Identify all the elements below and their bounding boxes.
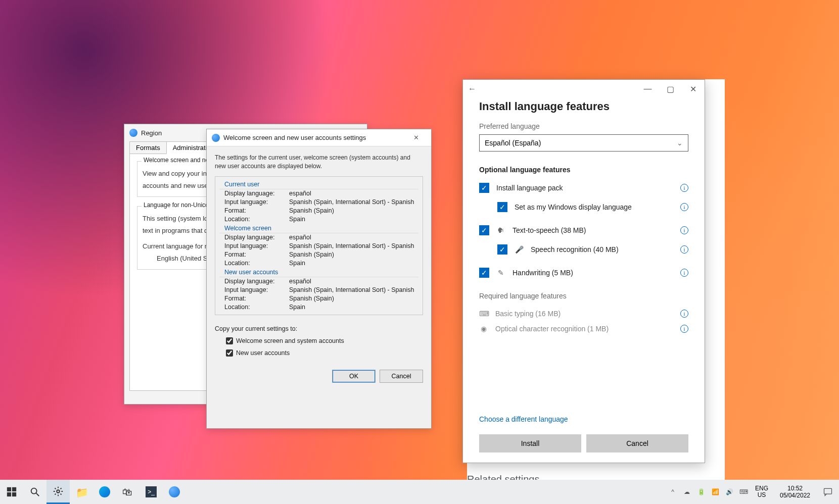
tab-formats[interactable]: Formats — [129, 141, 167, 154]
label-location: Location: — [224, 304, 289, 311]
folder-icon: 📁 — [76, 486, 87, 497]
chk-tts[interactable] — [479, 225, 489, 235]
ocr-icon: ◉ — [479, 325, 488, 333]
wifi-icon[interactable]: 📶 — [709, 480, 722, 504]
taskbar: 📁 🛍 >_ ^ ☁ 🔋 📶 🔊 ⌨ ENG US 10:52 05/04/20… — [0, 480, 839, 504]
info-icon[interactable]: i — [680, 325, 688, 333]
group-title-1: Welcome screen and new — [142, 157, 215, 164]
label-input: Input language: — [224, 286, 289, 293]
info-icon[interactable]: i — [680, 226, 688, 234]
feature-speech: 🎤 Speech recognition (40 MB) i — [479, 241, 688, 258]
gear-icon — [53, 486, 64, 497]
clock[interactable]: 10:52 05/04/2022 — [773, 485, 817, 499]
value-display: español — [289, 190, 311, 197]
feature-label: Text-to-speech (38 MB) — [512, 226, 586, 234]
battery-icon[interactable]: 🔋 — [694, 480, 708, 504]
globe-icon — [212, 134, 220, 142]
action-center-button[interactable] — [818, 487, 838, 497]
install-button[interactable]: Install — [479, 434, 581, 452]
chk-newuser-label: New user accounts — [236, 349, 290, 357]
close-button[interactable]: ✕ — [406, 129, 426, 146]
chk-speech[interactable] — [497, 244, 507, 255]
feature-label: Speech recognition (40 MB) — [531, 245, 619, 254]
value-location: Spain — [289, 304, 305, 311]
required-basic-typing: ⌨ Basic typing (16 MB) i — [479, 306, 688, 321]
chk-language-pack[interactable] — [479, 183, 489, 193]
file-explorer-button[interactable]: 📁 — [70, 480, 93, 504]
tts-icon: 🗣 — [496, 226, 505, 234]
notification-icon — [823, 487, 833, 497]
ok-button[interactable]: OK — [332, 370, 376, 383]
chk-welcome-input[interactable] — [226, 337, 233, 344]
required-label: Optical character recognition (1 MB) — [495, 325, 609, 333]
minimize-button[interactable]: — — [636, 80, 659, 97]
welcome-titlebar[interactable]: Welcome screen and new user accounts set… — [207, 129, 431, 146]
value-format: Spanish (Spain) — [289, 207, 334, 214]
language-select[interactable]: Español (España) ⌄ — [479, 134, 688, 152]
svg-rect-2 — [7, 492, 11, 496]
clock-date: 05/04/2022 — [780, 492, 810, 499]
choose-different-language-link[interactable]: Choose a different language — [479, 415, 568, 423]
chk-new-user[interactable]: New user accounts — [226, 349, 423, 357]
label-location: Location: — [224, 216, 289, 223]
label-format: Format: — [224, 295, 289, 302]
info-icon[interactable]: i — [680, 203, 688, 211]
copy-settings-label: Copy your current settings to: — [215, 325, 423, 332]
language-select-value: Español (España) — [485, 139, 541, 147]
value-input: Spanish (Spain, International Sort) - Sp… — [289, 198, 414, 206]
required-ocr: ◉ Optical character recognition (1 MB) i — [479, 321, 688, 336]
label-format: Format: — [224, 251, 289, 258]
welcome-dialog: Welcome screen and new user accounts set… — [206, 129, 432, 429]
chk-handwriting[interactable] — [479, 268, 489, 278]
onedrive-icon[interactable]: ☁ — [680, 480, 693, 504]
svg-line-5 — [36, 493, 39, 496]
svg-point-4 — [31, 488, 37, 494]
close-button[interactable]: ✕ — [682, 80, 705, 97]
welcome-title: Welcome screen and new user accounts set… — [223, 134, 366, 141]
section-new-user: New user accounts — [219, 268, 418, 277]
install-language-modal: ← — ▢ ✕ Install language features Prefer… — [462, 79, 705, 463]
app-button[interactable] — [163, 480, 186, 504]
value-format: Spanish (Spain) — [289, 251, 334, 258]
info-icon[interactable]: i — [680, 184, 688, 192]
store-button[interactable]: 🛍 — [116, 480, 139, 504]
keyboard-tray-icon[interactable]: ⌨ — [737, 480, 750, 504]
back-button[interactable]: ← — [468, 84, 481, 93]
handwriting-icon: ✎ — [496, 269, 505, 277]
start-button[interactable] — [0, 480, 23, 504]
globe-app-icon — [169, 486, 180, 497]
value-location: Spain — [289, 216, 305, 223]
section-welcome-screen: Welcome screen — [219, 224, 418, 233]
edge-icon — [99, 486, 110, 497]
edge-button[interactable] — [93, 480, 116, 504]
language-indicator[interactable]: ENG US — [751, 485, 772, 498]
maximize-button[interactable]: ▢ — [659, 80, 682, 97]
label-display: Display language: — [224, 190, 289, 197]
label-format: Format: — [224, 207, 289, 214]
feature-language-pack: Install language pack i — [479, 180, 688, 196]
cancel-button[interactable]: Cancel — [380, 370, 423, 383]
volume-icon[interactable]: 🔊 — [723, 480, 736, 504]
label-display: Display language: — [224, 234, 289, 241]
label-location: Location: — [224, 260, 289, 267]
required-label: Basic typing (16 MB) — [495, 310, 561, 318]
chk-welcome-screen[interactable]: Welcome screen and system accounts — [226, 337, 423, 344]
chk-set-display[interactable] — [497, 202, 507, 212]
search-icon — [29, 486, 40, 497]
store-icon: 🛍 — [122, 486, 133, 497]
tray-overflow[interactable]: ^ — [666, 480, 679, 504]
welcome-desc: The settings for the current user, welco… — [215, 154, 423, 171]
required-features-header: Required language features — [479, 292, 688, 300]
info-icon[interactable]: i — [680, 245, 688, 254]
terminal-button[interactable]: >_ — [139, 480, 163, 504]
mic-icon: 🎤 — [515, 245, 524, 254]
settings-taskbar-button[interactable] — [46, 480, 70, 504]
info-icon[interactable]: i — [680, 310, 688, 318]
cancel-button[interactable]: Cancel — [586, 434, 688, 452]
chk-newuser-input[interactable] — [226, 349, 233, 357]
search-button[interactable] — [23, 480, 46, 504]
region-title: Region — [141, 129, 162, 137]
value-display: español — [289, 278, 311, 285]
chevron-down-icon: ⌄ — [677, 139, 683, 147]
info-icon[interactable]: i — [680, 269, 688, 277]
